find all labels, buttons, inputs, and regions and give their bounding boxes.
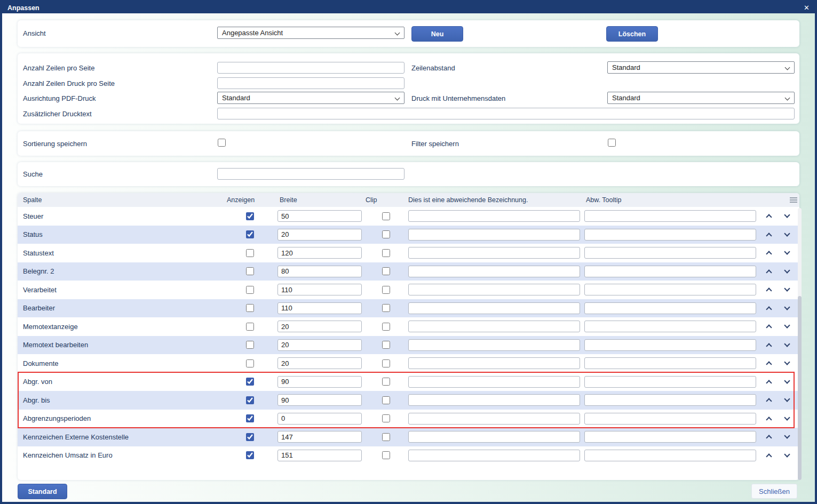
show-checkbox[interactable]	[246, 433, 254, 441]
alt-name-input[interactable]	[408, 302, 580, 314]
alt-name-input[interactable]	[408, 339, 580, 351]
width-input[interactable]	[277, 266, 362, 277]
standard-button[interactable]: Standard	[18, 484, 67, 499]
search-input[interactable]	[217, 168, 404, 180]
clip-checkbox[interactable]	[382, 433, 390, 441]
width-input[interactable]	[277, 229, 362, 241]
alt-name-input[interactable]	[408, 450, 580, 461]
move-up-button[interactable]	[763, 339, 775, 351]
move-up-button[interactable]	[763, 431, 775, 443]
alt-tooltip-input[interactable]	[584, 229, 756, 241]
alt-name-input[interactable]	[408, 229, 580, 241]
move-down-button[interactable]	[781, 229, 793, 241]
alt-tooltip-input[interactable]	[584, 376, 756, 388]
move-up-button[interactable]	[763, 413, 775, 425]
alt-name-input[interactable]	[408, 210, 580, 222]
alt-tooltip-input[interactable]	[584, 302, 756, 314]
clip-checkbox[interactable]	[382, 341, 390, 349]
move-up-button[interactable]	[763, 284, 775, 295]
alt-tooltip-input[interactable]	[584, 321, 756, 332]
new-view-button[interactable]: Neu	[411, 26, 463, 42]
alt-name-input[interactable]	[408, 431, 580, 443]
alt-tooltip-input[interactable]	[584, 450, 756, 461]
view-select[interactable]: Angepasste Ansicht	[217, 27, 404, 39]
alt-tooltip-input[interactable]	[584, 357, 756, 369]
scrollbar-thumb[interactable]	[798, 296, 802, 480]
alt-tooltip-input[interactable]	[584, 266, 756, 277]
clip-checkbox[interactable]	[382, 212, 390, 220]
move-up-button[interactable]	[763, 321, 775, 332]
move-down-button[interactable]	[781, 357, 793, 369]
move-down-button[interactable]	[781, 450, 793, 461]
show-checkbox[interactable]	[246, 323, 254, 331]
show-checkbox[interactable]	[246, 359, 254, 367]
alt-tooltip-input[interactable]	[584, 431, 756, 443]
move-up-button[interactable]	[763, 450, 775, 461]
alt-name-input[interactable]	[408, 247, 580, 259]
alt-name-input[interactable]	[408, 266, 580, 277]
move-down-button[interactable]	[781, 284, 793, 295]
table-scrollbar[interactable]	[798, 208, 802, 480]
alt-tooltip-input[interactable]	[584, 413, 756, 425]
show-checkbox[interactable]	[246, 267, 254, 275]
width-input[interactable]	[277, 413, 362, 425]
clip-checkbox[interactable]	[382, 378, 390, 386]
width-input[interactable]	[277, 247, 362, 259]
alt-tooltip-input[interactable]	[584, 339, 756, 351]
alt-name-input[interactable]	[408, 321, 580, 332]
move-down-button[interactable]	[781, 431, 793, 443]
alt-name-input[interactable]	[408, 413, 580, 425]
width-input[interactable]	[277, 210, 362, 222]
alt-name-input[interactable]	[408, 357, 580, 369]
show-checkbox[interactable]	[246, 212, 254, 220]
width-input[interactable]	[277, 394, 362, 406]
show-checkbox[interactable]	[246, 396, 254, 404]
save-filter-checkbox[interactable]	[608, 139, 616, 147]
show-checkbox[interactable]	[246, 230, 254, 238]
move-down-button[interactable]	[781, 413, 793, 425]
clip-checkbox[interactable]	[382, 323, 390, 331]
delete-view-button[interactable]: Löschen	[606, 26, 658, 42]
move-down-button[interactable]	[781, 210, 793, 222]
save-sorting-checkbox[interactable]	[218, 139, 226, 147]
show-checkbox[interactable]	[246, 249, 254, 257]
extra-print-text-input[interactable]	[217, 108, 795, 119]
move-up-button[interactable]	[763, 376, 775, 388]
company-data-select[interactable]: Standard	[607, 92, 795, 104]
move-up-button[interactable]	[763, 247, 775, 259]
clip-checkbox[interactable]	[382, 286, 390, 294]
pdf-orientation-select[interactable]: Standard	[217, 92, 404, 104]
close-icon[interactable]: ✕	[804, 4, 810, 11]
clip-checkbox[interactable]	[382, 249, 390, 257]
width-input[interactable]	[277, 339, 362, 351]
width-input[interactable]	[277, 284, 362, 295]
show-checkbox[interactable]	[246, 451, 254, 459]
move-down-button[interactable]	[781, 321, 793, 332]
move-down-button[interactable]	[781, 302, 793, 314]
width-input[interactable]	[277, 321, 362, 332]
alt-name-input[interactable]	[408, 284, 580, 295]
move-up-button[interactable]	[763, 302, 775, 314]
alt-name-input[interactable]	[408, 376, 580, 388]
clip-checkbox[interactable]	[382, 267, 390, 275]
clip-checkbox[interactable]	[382, 414, 390, 422]
show-checkbox[interactable]	[246, 341, 254, 349]
width-input[interactable]	[277, 450, 362, 461]
move-down-button[interactable]	[781, 376, 793, 388]
width-input[interactable]	[277, 302, 362, 314]
width-input[interactable]	[277, 376, 362, 388]
clip-checkbox[interactable]	[382, 451, 390, 459]
clip-checkbox[interactable]	[382, 396, 390, 404]
move-up-button[interactable]	[763, 357, 775, 369]
width-input[interactable]	[277, 357, 362, 369]
show-checkbox[interactable]	[246, 414, 254, 422]
show-checkbox[interactable]	[246, 304, 254, 312]
move-up-button[interactable]	[763, 394, 775, 406]
line-spacing-select[interactable]: Standard	[607, 61, 795, 74]
move-down-button[interactable]	[781, 247, 793, 259]
move-up-button[interactable]	[763, 210, 775, 222]
move-down-button[interactable]	[781, 394, 793, 406]
move-down-button[interactable]	[781, 339, 793, 351]
clip-checkbox[interactable]	[382, 230, 390, 238]
close-button[interactable]: Schließen	[751, 484, 797, 499]
